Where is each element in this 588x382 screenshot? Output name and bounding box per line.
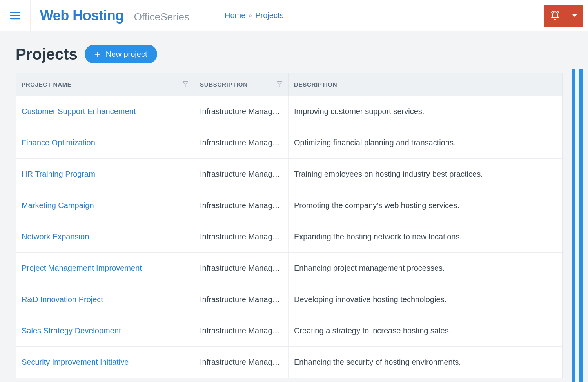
project-name-text: Marketing Campaign [22,201,189,210]
subscription-cell: Infrastructure Manage… [194,96,289,127]
description-text: Promoting the company's web hosting serv… [294,201,557,210]
subscription-cell: Infrastructure Manage… [194,190,289,221]
page-header: Projects ＋ New project [16,45,572,63]
subscription-text: Infrastructure Manage… [200,295,283,304]
vertical-scrollbar-inner[interactable] [572,69,575,382]
brand-title[interactable]: Web Hosting [40,7,124,24]
table-row: Network ExpansionInfrastructure Manage…E… [16,221,562,253]
description-cell: Creating a strategy to increase hosting … [289,315,562,346]
table-row: Finance OptimizationInfrastructure Manag… [16,127,562,159]
subscription-text: Infrastructure Manage… [200,138,283,147]
column-header-label: Project Name [22,81,72,88]
column-header-label: Subscription [200,81,248,88]
project-name-text: R&D Innovation Project [22,295,189,304]
description-text: Optimizing financial planning and transa… [294,138,557,147]
subscription-cell: Infrastructure Manage… [194,127,289,158]
description-cell: Optimizing financial planning and transa… [289,127,562,158]
subscription-cell: Infrastructure Manage… [194,221,289,252]
subscription-text: Infrastructure Manage… [200,170,283,179]
project-name-link[interactable]: Sales Strategy Development [16,315,194,346]
project-name-link[interactable]: HR Training Program [16,159,194,190]
brand-subtitle: OfficeSeries [134,11,189,23]
table-body: Customer Support EnhancementInfrastructu… [16,96,562,378]
filter-icon[interactable] [182,81,189,88]
vertical-scrollbar[interactable] [579,69,583,382]
description-text: Developing innovative hosting technologi… [294,295,557,304]
project-name-link[interactable]: Marketing Campaign [16,190,194,221]
table-row: HR Training ProgramInfrastructure Manage… [16,159,562,190]
description-cell: Promoting the company's web hosting serv… [289,190,562,221]
project-name-link[interactable]: R&D Innovation Project [16,284,194,315]
filter-icon[interactable] [276,81,283,88]
svg-line-3 [552,11,553,12]
brand-block: Web Hosting OfficeSeries [31,7,189,24]
description-text: Training employees on hosting industry b… [294,170,557,179]
projects-table: Project Name Subscription Description Cu… [16,73,563,378]
subscription-text: Infrastructure Manage… [200,201,283,210]
subscription-cell: Infrastructure Manage… [194,159,289,190]
svg-marker-6 [277,82,282,87]
column-header-description[interactable]: Description [289,73,562,96]
column-header-project-name[interactable]: Project Name [16,73,194,96]
project-name-text: Security Improvement Initiative [22,358,189,367]
subscription-cell: Infrastructure Manage… [194,315,289,346]
table-row: Sales Strategy DevelopmentInfrastructure… [16,315,562,347]
description-cell: Improving customer support services. [289,96,562,127]
notifications-button[interactable] [544,5,566,27]
project-name-link[interactable]: Customer Support Enhancement [16,96,194,127]
description-text: Creating a strategy to increase hosting … [294,326,557,335]
table-row: Customer Support EnhancementInfrastructu… [16,96,562,127]
description-text: Expanding the hosting network to new loc… [294,232,557,241]
hamburger-icon [10,12,20,20]
project-name-link[interactable]: Project Management Improvement [16,253,194,284]
description-text: Improving customer support services. [294,107,557,116]
breadcrumb-separator-icon: » [249,12,252,19]
breadcrumb-home-link[interactable]: Home [225,11,245,20]
description-cell: Training employees on hosting industry b… [289,159,562,190]
subscription-cell: Infrastructure Manage… [194,253,289,284]
table-row: Security Improvement InitiativeInfrastru… [16,347,562,378]
description-cell: Enhancing project management processes. [289,253,562,284]
table-row: R&D Innovation ProjectInfrastructure Man… [16,284,562,315]
project-name-link[interactable]: Security Improvement Initiative [16,347,194,378]
page-content: Projects ＋ New project Project Name Subs… [0,31,588,378]
subscription-text: Infrastructure Manage… [200,264,283,273]
subscription-text: Infrastructure Manage… [200,358,283,367]
project-name-text: Customer Support Enhancement [22,107,189,116]
project-name-text: Finance Optimization [22,138,189,147]
plus-icon: ＋ [93,49,102,59]
svg-line-4 [557,11,559,12]
description-cell: Expanding the hosting network to new loc… [289,221,562,252]
svg-marker-5 [183,82,188,87]
app-header: Web Hosting OfficeSeries Home » Projects [0,0,588,31]
page-title: Projects [16,45,78,63]
description-cell: Developing innovative hosting technologi… [289,284,562,315]
table-row: Marketing CampaignInfrastructure Manage…… [16,190,562,221]
breadcrumb: Home » Projects [225,11,284,20]
description-text: Enhancing project management processes. [294,264,557,273]
project-name-text: Sales Strategy Development [22,326,189,335]
subscription-cell: Infrastructure Manage… [194,347,289,378]
subscription-text: Infrastructure Manage… [200,326,283,335]
project-name-link[interactable]: Finance Optimization [16,127,194,158]
breadcrumb-current-link[interactable]: Projects [255,11,283,20]
new-project-button-label: New project [106,50,147,59]
project-name-text: HR Training Program [22,170,189,179]
table-header-row: Project Name Subscription Description [16,73,562,96]
project-name-text: Network Expansion [22,232,189,241]
project-name-link[interactable]: Network Expansion [16,221,194,252]
column-header-subscription[interactable]: Subscription [194,73,289,96]
subscription-cell: Infrastructure Manage… [194,284,289,315]
subscription-text: Infrastructure Manage… [200,232,283,241]
user-menu-dropdown[interactable] [566,5,583,27]
description-text: Enhancing the security of hosting enviro… [294,358,557,367]
subscription-text: Infrastructure Manage… [200,107,283,116]
new-project-button[interactable]: ＋ New project [85,45,158,63]
bell-icon [550,11,560,20]
description-cell: Enhancing the security of hosting enviro… [289,347,562,378]
caret-down-icon [572,14,577,17]
project-name-text: Project Management Improvement [22,264,189,273]
menu-toggle-button[interactable] [0,0,31,31]
header-actions [544,5,583,27]
table-row: Project Management ImprovementInfrastruc… [16,253,562,284]
